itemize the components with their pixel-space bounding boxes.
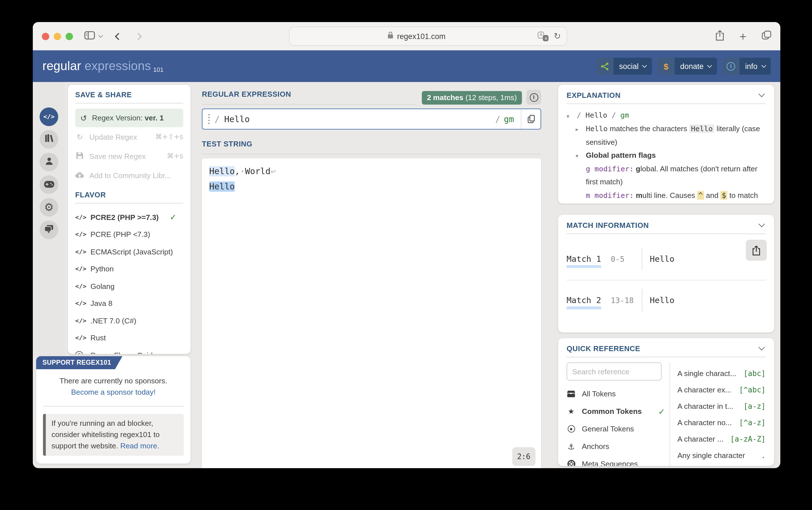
test-string-line-1: Hello,·World↵ xyxy=(209,164,534,179)
new-tab-icon[interactable]: + xyxy=(740,30,747,42)
category-all-tokens[interactable]: All Tokens xyxy=(567,385,666,402)
flavor-item-rust[interactable]: </> Rust xyxy=(75,329,183,347)
explanation-root-row[interactable]: ▾ / Hello / gm xyxy=(567,109,765,122)
regex-input[interactable]: / Hello / gm xyxy=(202,109,541,129)
flavor-item-pcre2[interactable]: </> PCRE2 (PHP >=7.3) ✓ xyxy=(75,209,183,226)
flavor-item-python[interactable]: </> Python xyxy=(75,260,183,278)
donate-menu-button[interactable]: $ donate xyxy=(658,58,717,74)
collapse-chevron-icon[interactable] xyxy=(759,90,765,97)
drag-handle-icon[interactable] xyxy=(208,114,209,124)
category-common-tokens[interactable]: ★ Common Tokens ✓ xyxy=(567,402,666,420)
anchor-icon: ⚓ xyxy=(567,442,576,451)
minimize-window-button[interactable] xyxy=(54,32,61,40)
divider xyxy=(75,103,183,103)
check-icon: ✓ xyxy=(170,213,176,222)
social-menu-button[interactable]: social xyxy=(597,58,652,74)
archive-icon xyxy=(567,390,576,397)
sidebar-item-discord[interactable] xyxy=(39,175,58,194)
code-icon: </> xyxy=(75,214,85,221)
token-row[interactable]: A character no... [^a-z] xyxy=(677,415,765,431)
divider xyxy=(567,234,765,234)
left-region: </> xyxy=(33,82,197,468)
token-row[interactable]: A character ex... [^abc] xyxy=(677,382,765,398)
token-row[interactable]: Any single character . xyxy=(677,447,765,463)
save-new-regex-item[interactable]: Save new Regex ⌘+s xyxy=(75,146,183,166)
shortcut-label: ⌘+⇧+s xyxy=(155,133,183,141)
flavor-item-dotnet[interactable]: </> .NET 7.0 (C#) xyxy=(75,312,183,329)
match-row[interactable]: Match 2 13-18 Hello xyxy=(567,280,765,321)
tree-open-icon[interactable]: ▾ xyxy=(576,149,586,162)
zoom-window-button[interactable] xyxy=(66,32,73,40)
gamepad-icon xyxy=(44,180,54,190)
sidebar-toggle-icon[interactable] xyxy=(84,31,95,41)
match-information-title: MATCH INFORMATION xyxy=(567,221,649,230)
sidebar-menu-chevron-icon[interactable] xyxy=(98,33,103,38)
star-icon: ★ xyxy=(567,407,576,416)
search-reference-input[interactable] xyxy=(567,362,662,381)
explanation-literal-row[interactable]: ▸ Hello matches the characters Hello lit… xyxy=(567,122,765,149)
translate-icon[interactable]: A a xyxy=(538,31,549,41)
token-row[interactable]: A character ... [a-zA-Z] xyxy=(677,431,765,447)
chat-icon xyxy=(44,224,54,236)
url-text: regex101.com xyxy=(397,32,445,40)
sidebar-item-library[interactable] xyxy=(39,130,58,149)
token-row[interactable]: A single charact... [abc] xyxy=(677,365,765,382)
match-count-badge[interactable]: 2 matches (12 steps, 1ms) xyxy=(422,91,522,104)
regex-section-title: REGULAR EXPRESSION xyxy=(202,90,291,98)
collapse-chevron-icon[interactable] xyxy=(759,344,765,350)
save-icon xyxy=(75,151,84,161)
divider xyxy=(669,362,670,466)
check-icon: ✓ xyxy=(659,407,665,416)
match-highlight: Hello xyxy=(209,181,235,192)
sidebar-item-feedback[interactable] xyxy=(39,220,58,239)
sidebar-item-settings[interactable]: ⚙ xyxy=(39,198,58,216)
regex-version-item[interactable]: ↺ Regex Version: ver. 1 xyxy=(75,109,183,127)
tree-closed-icon[interactable]: ▸ xyxy=(576,122,586,149)
code-icon: </> xyxy=(75,266,85,273)
category-meta-sequences[interactable]: Meta Sequences xyxy=(567,455,666,466)
flavor-item-java[interactable]: </> Java 8 xyxy=(75,295,183,312)
test-string-input[interactable]: Hello,·World↵ Hello 2:6 xyxy=(202,158,541,468)
forward-button[interactable] xyxy=(135,32,142,39)
flavor-item-golang[interactable]: </> Golang xyxy=(75,278,183,295)
code-icon: </> xyxy=(75,248,85,256)
history-icon: ↺ xyxy=(80,113,87,122)
collapse-chevron-icon[interactable] xyxy=(759,220,765,227)
category-general-tokens[interactable]: General Tokens xyxy=(567,420,666,438)
update-regex-label: Update Regex xyxy=(89,132,137,141)
site-logo[interactable]: regular expressions 101 xyxy=(42,59,164,73)
category-anchors[interactable]: ⚓ Anchors xyxy=(567,438,666,455)
export-matches-button[interactable] xyxy=(746,240,767,261)
match-row[interactable]: Match 1 0-5 Hello xyxy=(567,239,765,280)
regex-info-button[interactable]: i xyxy=(526,90,541,104)
address-bar[interactable]: regex101.com A a ↻ xyxy=(289,27,567,46)
read-more-link[interactable]: Read more xyxy=(120,441,157,450)
regex-pattern[interactable]: Hello xyxy=(224,114,250,124)
flavor-guide-item[interactable]: ? Regex Flavor Guide xyxy=(75,347,183,354)
regex-open-delimiter: / xyxy=(214,114,220,124)
close-window-button[interactable] xyxy=(42,32,49,40)
share-icon[interactable] xyxy=(715,30,724,43)
regex-version-label: Regex Version: ver. 1 xyxy=(92,114,164,122)
copy-regex-button[interactable] xyxy=(521,109,541,129)
regex-flags[interactable]: gm xyxy=(504,114,514,124)
sidebar-item-regex[interactable]: </> xyxy=(39,108,58,126)
token-row[interactable]: A character in t... [a-z] xyxy=(677,398,765,415)
explanation-flags-heading-row[interactable]: ▾ Global pattern flags xyxy=(567,149,765,162)
flavor-item-ecmascript[interactable]: </> ECMAScript (JavaScript) xyxy=(75,243,183,260)
info-menu-button[interactable]: i info xyxy=(722,58,771,74)
info-circle-icon: i xyxy=(529,93,538,101)
add-to-community-item[interactable]: Add to Community Libr... xyxy=(75,166,183,185)
cursor-position-badge: 2:6 xyxy=(512,447,535,466)
back-button[interactable] xyxy=(115,32,122,39)
adblock-notice: If you're running an ad blocker, conside… xyxy=(43,414,184,456)
flavor-item-pcre[interactable]: </> PCRE (PHP <7.3) xyxy=(75,226,183,243)
tree-open-icon[interactable]: ▾ xyxy=(567,109,577,122)
reload-icon[interactable]: ↻ xyxy=(554,31,561,41)
become-sponsor-link[interactable]: Become a sponsor today! xyxy=(71,388,155,397)
sidebar-item-account[interactable] xyxy=(39,153,58,171)
question-circle-icon: ? xyxy=(75,351,85,354)
tab-overview-icon[interactable] xyxy=(762,31,771,42)
chevron-down-icon xyxy=(643,63,647,67)
update-regex-item[interactable]: ↻ Update Regex ⌘+⇧+s xyxy=(75,127,183,146)
